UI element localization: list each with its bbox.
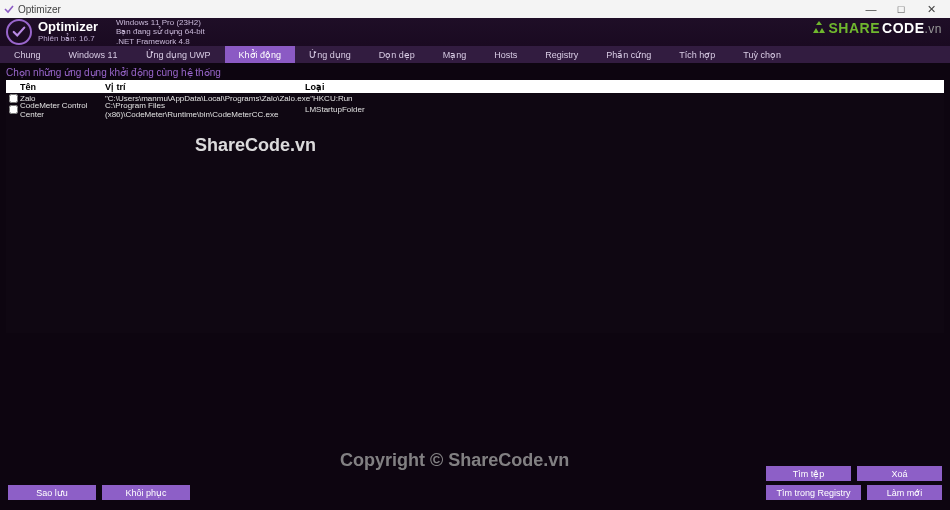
find-registry-button[interactable]: Tìm trong Registry — [766, 485, 861, 500]
window-close-button[interactable]: ✕ — [916, 3, 946, 16]
copyright-watermark: Copyright © ShareCode.vn — [340, 450, 569, 471]
logo-icon — [6, 19, 32, 45]
tab-ứng-dụng-uwp[interactable]: Ứng dụng UWP — [132, 46, 225, 63]
backup-button[interactable]: Sao lưu — [8, 485, 96, 500]
column-name[interactable]: Tên — [20, 82, 105, 92]
tab-ứng-dụng[interactable]: Ứng dụng — [295, 46, 365, 63]
table-body: Zalo"C:\Users\manmu\AppData\Local\Progra… — [6, 93, 944, 333]
tab-bar: ChungWindows 11Ứng dụng UWPKhởi độngỨng … — [0, 46, 950, 63]
window-title: Optimizer — [18, 4, 61, 15]
tab-mạng[interactable]: Mạng — [429, 46, 481, 63]
system-dotnet: .NET Framework 4.8 — [116, 37, 205, 46]
table-header: Tên Vị trí Loại — [6, 80, 944, 93]
tab-phần-cứng[interactable]: Phần cứng — [592, 46, 665, 63]
window-maximize-button[interactable]: □ — [886, 3, 916, 15]
row-type: HKCU:Run — [313, 94, 944, 103]
bottom-right-buttons: Tìm tệp Xoá Tìm trong Registry Làm mới — [766, 466, 942, 500]
delete-button[interactable]: Xoá — [857, 466, 942, 481]
tab-tích-hợp[interactable]: Tích hợp — [665, 46, 729, 63]
tab-tuỳ-chọn[interactable]: Tuỳ chọn — [729, 46, 795, 63]
column-type[interactable]: Loại — [305, 82, 944, 92]
app-icon — [4, 4, 14, 14]
refresh-button[interactable]: Làm mới — [867, 485, 942, 500]
tab-windows-11[interactable]: Windows 11 — [55, 46, 132, 63]
tab-hosts[interactable]: Hosts — [480, 46, 531, 63]
startup-table: Tên Vị trí Loại Zalo"C:\Users\manmu\AppD… — [6, 80, 944, 333]
row-checkbox[interactable] — [9, 105, 18, 114]
brand-logo: SHARECODE.vn — [811, 20, 942, 39]
system-arch: Bạn đang sử dụng 64-bit — [116, 27, 205, 36]
column-path[interactable]: Vị trí — [105, 82, 305, 92]
window-minimize-button[interactable]: — — [856, 3, 886, 15]
page-subtitle: Chọn những ứng dụng khởi động cùng hệ th… — [0, 63, 950, 80]
tab-khởi-động[interactable]: Khởi động — [225, 46, 296, 63]
app-version: Phiên bản: 16.7 — [38, 35, 98, 44]
system-info: Windows 11 Pro (23H2) Bạn đang sử dụng 6… — [116, 18, 205, 46]
restore-button[interactable]: Khôi phục — [102, 485, 190, 500]
tab-dọn-dẹp[interactable]: Dọn dẹp — [365, 46, 429, 63]
row-type: LMStartupFolder — [305, 105, 944, 114]
row-name: CodeMeter Control Center — [20, 101, 105, 119]
app-name: Optimizer — [38, 20, 98, 34]
row-checkbox[interactable] — [9, 94, 18, 103]
app-header: Optimizer Phiên bản: 16.7 Windows 11 Pro… — [0, 18, 950, 46]
window-titlebar: Optimizer — □ ✕ — [0, 0, 950, 18]
tab-registry[interactable]: Registry — [531, 46, 592, 63]
tab-chung[interactable]: Chung — [0, 46, 55, 63]
recycle-icon — [811, 20, 827, 39]
find-file-button[interactable]: Tìm tệp — [766, 466, 851, 481]
row-path: C:\Program Files (x86)\CodeMeter\Runtime… — [105, 101, 305, 119]
table-row[interactable]: CodeMeter Control CenterC:\Program Files… — [6, 104, 944, 115]
